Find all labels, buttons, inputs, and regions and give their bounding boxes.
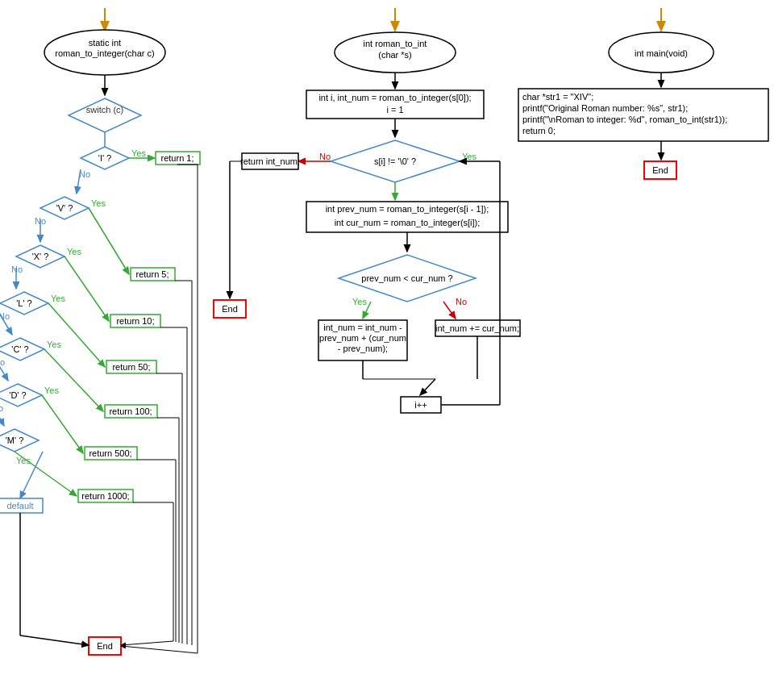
svg-text:'D' ?: 'D' ? xyxy=(9,390,26,400)
svg-text:printf("\nRoman to integer: %d: printf("\nRoman to integer: %d", roman_t… xyxy=(522,115,727,124)
svg-text:Yes: Yes xyxy=(51,294,65,303)
svg-text:int main(void): int main(void) xyxy=(635,48,688,58)
svg-line-20 xyxy=(89,208,129,274)
svg-line-36 xyxy=(48,303,105,367)
svg-text:'M' ?: 'M' ? xyxy=(6,435,24,445)
svg-text:switch (c): switch (c) xyxy=(86,105,123,115)
svg-text:int prev_num = roman_to_intege: int prev_num = roman_to_integer(s[i - 1]… xyxy=(326,204,489,214)
svg-text:int i, int_num = roman_to_inte: int i, int_num = roman_to_integer(s[0]); xyxy=(318,93,471,102)
svg-text:Yes: Yes xyxy=(131,148,146,158)
svg-text:int cur_num = roman_to_integer: int cur_num = roman_to_integer(s[i]); xyxy=(335,218,481,227)
svg-text:return 1000;: return 1000; xyxy=(81,491,129,501)
svg-line-52 xyxy=(42,395,83,453)
svg-text:Yes: Yes xyxy=(352,297,367,306)
svg-text:No: No xyxy=(0,403,3,413)
svg-line-28 xyxy=(64,256,109,321)
svg-text:int roman_to_int: int roman_to_int xyxy=(364,39,427,48)
svg-text:'I' ?: 'I' ? xyxy=(98,153,111,163)
svg-line-68 xyxy=(121,646,198,653)
svg-text:Yes: Yes xyxy=(67,247,81,256)
svg-text:Yes: Yes xyxy=(16,456,31,465)
svg-text:return 50;: return 50; xyxy=(112,362,150,372)
svg-text:prev_num + (cur_num: prev_num + (cur_num xyxy=(319,333,406,343)
svg-text:printf("Original Roman number:: printf("Original Roman number: %s", str1… xyxy=(522,103,688,113)
svg-text:return 1;: return 1; xyxy=(161,153,194,163)
svg-text:int_num = int_num -: int_num = int_num - xyxy=(323,323,402,332)
svg-text:End: End xyxy=(97,641,113,651)
svg-text:End: End xyxy=(652,165,668,175)
svg-text:No: No xyxy=(0,357,5,367)
svg-line-84 xyxy=(20,635,89,645)
svg-text:return int_num;: return int_num; xyxy=(240,156,300,166)
svg-text:return 500;: return 500; xyxy=(89,448,131,458)
svg-text:return 5;: return 5; xyxy=(136,269,169,279)
svg-text:s[i] != '\0' ?: s[i] != '\0' ? xyxy=(374,156,416,166)
svg-text:i++: i++ xyxy=(414,400,427,410)
svg-text:default: default xyxy=(6,501,33,510)
svg-line-125 xyxy=(420,379,435,395)
svg-text:'V' ?: 'V' ? xyxy=(56,203,73,213)
svg-line-44 xyxy=(44,349,103,411)
svg-text:- prev_num);: - prev_num); xyxy=(338,344,388,353)
svg-text:No: No xyxy=(319,152,331,161)
svg-text:Yes: Yes xyxy=(47,340,61,349)
svg-text:char *str1 = "XIV";: char *str1 = "XIV"; xyxy=(522,92,593,102)
svg-text:'X' ?: 'X' ? xyxy=(32,252,49,261)
svg-text:return 0;: return 0; xyxy=(522,126,556,135)
svg-text:return 100;: return 100; xyxy=(109,406,152,416)
svg-text:Yes: Yes xyxy=(44,385,59,395)
svg-marker-5 xyxy=(69,98,141,132)
svg-text:return 10;: return 10; xyxy=(116,316,154,326)
svg-text:Yes: Yes xyxy=(91,198,106,208)
svg-text:prev_num < cur_num ?: prev_num < cur_num ? xyxy=(361,273,452,283)
svg-text:roman_to_integer(char c): roman_to_integer(char c) xyxy=(55,48,155,58)
svg-line-119 xyxy=(443,302,456,319)
svg-line-81 xyxy=(121,641,173,645)
svg-text:(char *s): (char *s) xyxy=(378,50,412,60)
svg-text:No: No xyxy=(11,265,23,274)
svg-text:Yes: Yes xyxy=(462,152,476,161)
svg-text:'L' ?: 'L' ? xyxy=(16,298,32,308)
flowchart-diagram: static int roman_to_integer(char c) swit… xyxy=(0,0,774,700)
svg-text:'C' ?: 'C' ? xyxy=(11,344,28,354)
svg-text:End: End xyxy=(222,304,238,314)
svg-text:static int: static int xyxy=(89,38,121,48)
svg-text:i = 1: i = 1 xyxy=(386,105,403,115)
svg-text:No: No xyxy=(456,297,467,306)
svg-text:int_num += cur_num;: int_num += cur_num; xyxy=(435,323,519,333)
